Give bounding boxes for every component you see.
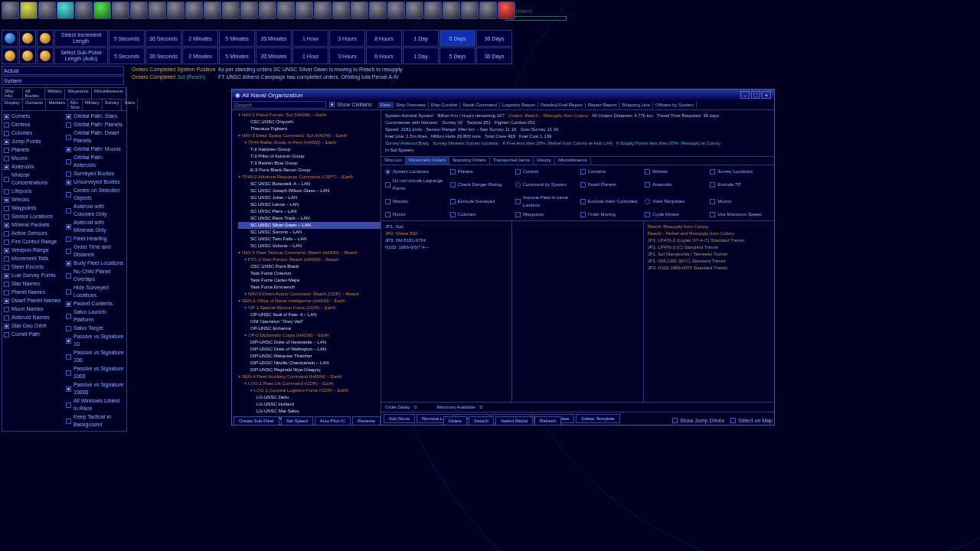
tree-node[interactable]: SC UNSC Lance – LAN — [238, 201, 381, 208]
tree-node[interactable]: E-3 Point Blank Recon Group — [238, 167, 381, 174]
opt-packet-contents[interactable]: Packet Contents — [66, 300, 125, 308]
tree-node[interactable]: CSC UNSC Point Blank — [238, 263, 381, 270]
opt-movement-tails[interactable]: Movement Tails — [4, 255, 63, 262]
time-1-day[interactable]: 1 Day — [403, 47, 439, 64]
tree-node[interactable]: OP-1 Special Mission Force (CDR) – Earth — [238, 305, 381, 311]
opt-moons[interactable]: Moons — [4, 155, 63, 162]
opt-sensor-locations[interactable]: Sensor Locations — [4, 213, 63, 220]
tree-node[interactable]: FTC-2 Alert Forces: Reach (HADM) – Reach — [238, 256, 381, 263]
tree-node[interactable]: SC UNSC Piers – LAN — [238, 208, 381, 215]
advance-icon[interactable] — [2, 30, 18, 47]
opt-moon-names[interactable]: Moon Names — [4, 305, 63, 313]
filter-rocks[interactable]: Rocks — [385, 210, 446, 218]
filter-wrecks[interactable]: Wrecks — [645, 168, 705, 175]
tree-node[interactable]: LG-UNSC Holland — [238, 401, 381, 408]
fleet-tab-ship-overview[interactable]: Ship Overview — [394, 102, 429, 108]
opt-asteroid-with-colonies-only[interactable]: Asteroid with Colonies Only — [66, 203, 125, 218]
fleet-tab-fleet[interactable]: Fleet — [378, 102, 394, 108]
subtab-miscellaneous[interactable]: Miscellaneous — [555, 157, 591, 165]
opts-subtab-miscellaneous[interactable]: Miscellaneous — [92, 88, 126, 99]
tree-node[interactable]: SC UNSC Bonestell: A – LAN — [238, 181, 381, 187]
filter-contacts[interactable]: Contacts — [580, 168, 641, 175]
opt-star-names[interactable]: Star Names — [4, 280, 63, 288]
advance-auto-icon[interactable] — [19, 30, 36, 47]
opt-passive-vs-signature-1000[interactable]: Passive vs Signature 1000 — [66, 365, 125, 380]
opts-tab-contacts[interactable]: Contacts — [23, 99, 47, 110]
subtab-standing-orders[interactable]: Standing Orders — [449, 157, 490, 165]
opt-low-survey-points[interactable]: Low Survey Points — [4, 272, 63, 279]
tree-node[interactable]: TF49-2 Advance Response Command (CAPT) –… — [238, 174, 381, 181]
fleet-tab-detailed-fuel-report[interactable]: Detailed Fuel Report — [538, 102, 586, 108]
opt-asteroid-names[interactable]: Asteroid Names — [4, 314, 63, 321]
btn-set-speed[interactable]: Set Speed — [281, 416, 313, 425]
tree-node[interactable]: DIP-UNSC Neville Chamberlain – LAN — [238, 360, 381, 367]
tree-node[interactable]: SEN-3 Office of Naval Intelligence (HADM… — [238, 298, 381, 305]
opts-tab-markers[interactable]: Markers — [46, 99, 68, 110]
time-5-seconds[interactable]: 5 Seconds — [109, 47, 145, 64]
opt-asteroids[interactable]: Asteroids — [4, 163, 63, 171]
filter-waypoints[interactable]: Waypoints — [515, 210, 576, 218]
tur-icon[interactable] — [185, 2, 203, 19]
filter-system-locations[interactable]: System Locations — [385, 168, 446, 175]
time-3-hours[interactable]: 3 Hours — [329, 47, 365, 64]
opt-comet-path[interactable]: Comet Path — [4, 331, 63, 338]
opt-planets[interactable]: Planets — [4, 146, 63, 154]
fleet-tab-repair-report[interactable]: Repair Report — [586, 102, 619, 108]
btn-create-sub-fleet[interactable]: Create Sub-Fleet — [234, 416, 279, 425]
opt-asteroid-with-minerals-only[interactable]: Asteroid with Minerals Only — [66, 219, 125, 234]
tree-node[interactable]: SEN-4 Fleet Auxiliary Command (HADM) – E… — [238, 373, 381, 380]
opt-order-time-and-distance[interactable]: Order Time and Distance — [66, 243, 125, 259]
search-main[interactable] — [2, 66, 124, 75]
fleet-tab-shipping-line[interactable]: Shipping Line — [619, 102, 652, 108]
subtab-movement-orders[interactable]: Movement Orders — [406, 157, 449, 165]
tree-node[interactable]: DIP-UNSC Duke of Wellington – LAN — [238, 346, 381, 353]
tree-node[interactable]: LOG-1 Colonial Logistics Force (CDR) – E… — [238, 387, 381, 394]
btn-delete[interactable]: Delete — [443, 416, 467, 425]
fleet-search-input[interactable] — [234, 101, 326, 109]
shp-icon[interactable] — [112, 2, 129, 19]
opt-fleet-heading[interactable]: Fleet Heading — [66, 235, 125, 243]
opt-orbital-path-planets[interactable]: Orbital Path: Planets — [66, 121, 125, 129]
subpulse-icon-2[interactable] — [19, 47, 36, 64]
tec-icon[interactable] — [277, 2, 295, 19]
btn-detach[interactable]: Detach — [469, 416, 494, 425]
opt-keep-tactical-in-background[interactable]: Keep Tactical in Background — [66, 413, 125, 429]
tree-node[interactable]: DIP-UNSC Reginald Wye-Gregory — [238, 367, 381, 373]
time-5-days[interactable]: 5 Days — [439, 47, 475, 64]
time-5-days[interactable]: 5 Days — [439, 30, 475, 47]
sm-icon[interactable] — [479, 2, 497, 19]
med-icon[interactable] — [259, 2, 276, 19]
opts-subtab-ship info[interactable]: Ship Info — [2, 88, 23, 99]
opt-waypoints[interactable]: Waypoints — [4, 204, 63, 212]
filter-comets[interactable]: Comets — [515, 168, 576, 175]
filter-assume-fleet-in-same-location[interactable]: Assume Fleet in same Location — [515, 194, 576, 209]
filter-check-danger-rating[interactable]: Check Danger Rating — [450, 177, 511, 192]
opts-tab-survey[interactable]: Survey — [103, 99, 122, 110]
order-delay-value[interactable]: 0 — [414, 405, 416, 409]
dip-icon[interactable] — [369, 2, 387, 19]
opt-icon[interactable] — [461, 2, 479, 19]
tree-node[interactable]: TF44 Battle Group: A-Pers (HADM) – Earth — [238, 139, 381, 146]
filter-dwarf-planets[interactable]: Dwarf Planets — [580, 177, 641, 192]
advance-step-icon[interactable] — [37, 30, 54, 47]
opt-wrecks[interactable]: Wrecks — [4, 196, 63, 204]
sur-icon[interactable] — [296, 2, 313, 19]
rac-icon[interactable] — [406, 2, 423, 19]
fleet-tab-officers-by-system[interactable]: Officers by System — [653, 102, 697, 108]
grd-icon[interactable] — [130, 2, 148, 19]
tree-node[interactable]: LOG-1 Fleet Lift Command (CDR) – Earth — [238, 380, 381, 387]
filter-do-not-include-lagrange-points[interactable]: Do not include Lagrange Points — [385, 177, 446, 192]
tree-node[interactable]: T-2 Haldizen Group — [238, 146, 381, 153]
time-5-minutes[interactable]: 5 Minutes — [219, 47, 255, 64]
opt-centres[interactable]: Centres — [4, 121, 63, 129]
fleet-tab-ship-combat[interactable]: Ship Combat — [429, 102, 461, 108]
subpulse-icon-3[interactable] — [37, 47, 54, 64]
filter-view-templates[interactable]: View Templates — [645, 194, 705, 209]
time-20-minutes[interactable]: 20 Minutes — [256, 47, 292, 64]
opt-salvo-target[interactable]: Salvo Target — [66, 324, 125, 332]
opt-colonies[interactable]: Colonies — [4, 129, 63, 137]
tree-node[interactable]: OP-2 Diplomatic Corps (HADM) – Earth — [238, 332, 381, 339]
orders-available-list[interactable]: JP1: SunJP2: Gliese 832JP3: SM 8181-9734… — [381, 221, 512, 402]
time-5-minutes[interactable]: 5 Minutes — [219, 30, 255, 47]
opt-active-sensors[interactable]: Active Sensors — [4, 230, 63, 237]
